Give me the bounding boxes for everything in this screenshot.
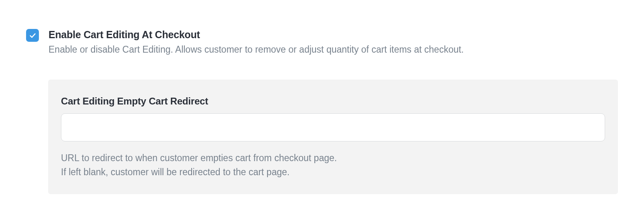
checkbox-wrapper: [26, 28, 39, 42]
setting-title: Enable Cart Editing At Checkout: [49, 28, 618, 41]
check-icon: [29, 32, 36, 39]
setting-text: Enable Cart Editing At Checkout Enable o…: [49, 28, 618, 56]
redirect-url-input[interactable]: [61, 113, 605, 141]
setting-description: Enable or disable Cart Editing. Allows c…: [49, 43, 618, 56]
redirect-label: Cart Editing Empty Cart Redirect: [61, 96, 605, 107]
redirect-panel: Cart Editing Empty Cart Redirect URL to …: [48, 80, 618, 194]
help-line-1: URL to redirect to when customer empties…: [61, 151, 605, 166]
redirect-help-text: URL to redirect to when customer empties…: [61, 151, 605, 180]
setting-row: Enable Cart Editing At Checkout Enable o…: [26, 28, 618, 56]
help-line-2: If left blank, customer will be redirect…: [61, 165, 605, 180]
enable-cart-editing-checkbox[interactable]: [26, 29, 39, 42]
